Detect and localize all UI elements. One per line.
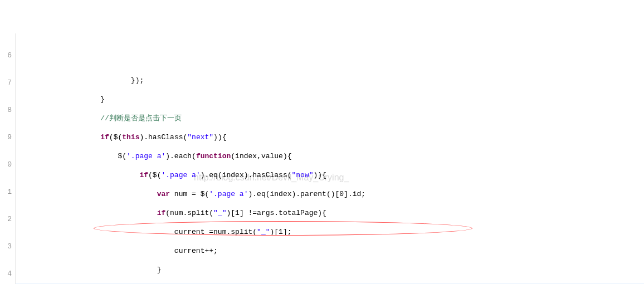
code-line[interactable]: if(num.split("_")[1] !=args.totalPage){ [16, 208, 644, 218]
code-line[interactable]: } [16, 265, 644, 275]
code-line[interactable]: if($(this).hasClass("next")){ [16, 132, 644, 143]
line-number: 8 [0, 105, 12, 115]
code-line[interactable]: } [16, 94, 644, 105]
code-line[interactable]: //判断是否是点击下一页 [16, 113, 644, 124]
code-area[interactable]: http://blog.csdn.net/Devil_May_Crying_ }… [16, 33, 644, 284]
code-line[interactable]: current =num.split("_")[1]; [16, 227, 644, 237]
code-editor[interactable]: 6 7 8 9 0 1 2 3 4 5 6 7 8 9 0 1 2 3 4 5 … [0, 33, 644, 284]
line-number: 1 [0, 187, 12, 197]
line-number: 0 [0, 159, 12, 170]
code-line[interactable]: var num = $('.page a').eq(index).parent(… [16, 189, 644, 199]
code-line[interactable]: if($('.page a').eq(index).hasClass("now"… [16, 170, 644, 180]
code-line[interactable]: }); [16, 75, 644, 86]
line-number: 4 [0, 268, 12, 279]
line-number: 3 [0, 241, 12, 252]
code-line[interactable]: current++; [16, 246, 644, 256]
line-number-gutter: 6 7 8 9 0 1 2 3 4 5 6 7 8 9 0 1 2 3 4 5 … [0, 33, 16, 284]
line-number: 6 [0, 50, 12, 61]
line-number: 9 [0, 132, 12, 143]
code-line[interactable]: $('.page a').each(function(index,value){ [16, 151, 644, 161]
line-number: 7 [0, 77, 12, 88]
line-number: 2 [0, 214, 12, 224]
code-content[interactable]: }); } //判断是否是点击下一页 if($(this).hasClass("… [16, 67, 644, 284]
